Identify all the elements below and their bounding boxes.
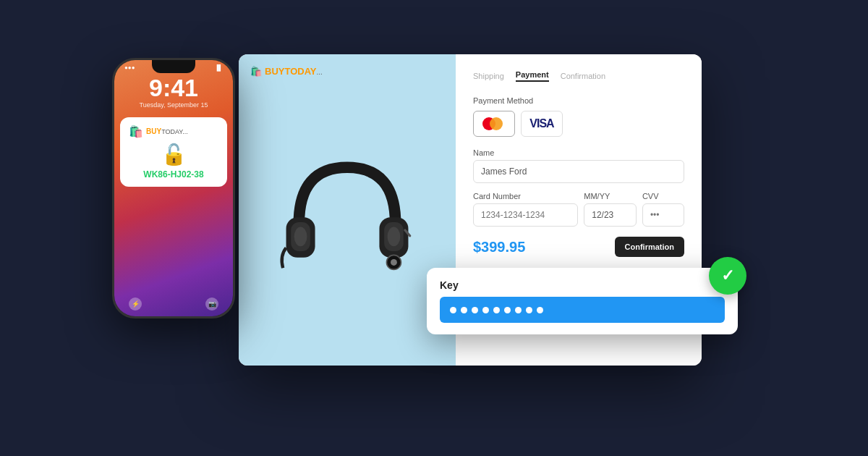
visa-icon: VISA <box>529 117 553 130</box>
step-payment[interactable]: Payment <box>516 70 549 82</box>
shop-logo: 🛍️ BUYTODAY... <box>250 66 444 77</box>
logo-today-part: TODAY... <box>161 128 188 135</box>
card-number-label: Card Number <box>473 192 578 200</box>
price-row: $399.95 Confirmation <box>473 237 684 257</box>
phone-notch <box>152 60 195 73</box>
logo-buy-part: BUY <box>146 127 161 135</box>
phone-otp-code: WK86-HJ02-38 <box>129 169 218 180</box>
mmyy-label: MM/YY <box>584 192 637 200</box>
otp-input-field[interactable] <box>440 297 725 323</box>
card-info-row <box>473 203 684 227</box>
visa-button[interactable]: VISA <box>521 111 563 137</box>
name-input[interactable] <box>473 160 684 183</box>
otp-dot-2 <box>461 307 467 313</box>
svg-point-5 <box>391 259 397 266</box>
product-panel: 🛍️ BUYTODAY... <box>239 54 456 366</box>
otp-dot-3 <box>472 307 478 313</box>
otp-title: Key <box>440 279 725 291</box>
phone-notification-card: 🛍️ BUYTODAY... 🔓 WK86-HJ02-38 <box>120 117 227 187</box>
mastercard-button[interactable] <box>473 111 515 137</box>
card-options: VISA <box>473 111 684 137</box>
camera-icon: 📷 <box>205 297 218 311</box>
payment-method-label: Payment Method <box>473 96 684 105</box>
cvv-label: CVV <box>642 192 684 200</box>
mc-orange-circle <box>490 117 503 130</box>
phone-signal: ●●● <box>124 64 135 71</box>
otp-dot-5 <box>493 307 500 313</box>
card-row-labels: Card Number MM/YY CVV <box>473 192 684 200</box>
svg-point-7 <box>388 227 401 246</box>
phone-bottom-bar: ⚡ 📷 <box>114 297 233 311</box>
success-checkmark: ✓ <box>709 257 746 295</box>
mastercard-icon <box>482 117 506 131</box>
otp-dot-1 <box>450 307 456 313</box>
phone-notif-logo: BUYTODAY... <box>146 127 188 135</box>
otp-dot-9 <box>537 307 543 313</box>
logo-buy-text: BUYTODAY... <box>265 66 323 77</box>
step-shipping[interactable]: Shipping <box>473 72 504 80</box>
page-background: ●●● ▐▌ 9:41 Tuesday, September 15 🛍️ BUY… <box>0 0 868 456</box>
price-display: $399.95 <box>473 239 525 256</box>
otp-dot-4 <box>482 307 489 313</box>
phone-date: Tuesday, September 15 <box>139 101 208 109</box>
flashlight-icon: ⚡ <box>129 297 142 311</box>
phone-notif-emoji: 🛍️ <box>129 124 143 138</box>
card-number-input[interactable] <box>473 203 578 227</box>
mmyy-group <box>584 203 637 227</box>
otp-dot-6 <box>504 307 511 313</box>
headphone-image <box>250 77 444 354</box>
otp-popup: Key <box>427 268 738 334</box>
confirm-button[interactable]: Confirmation <box>615 237 684 257</box>
otp-dot-7 <box>515 307 522 313</box>
checkout-steps: Shipping Payment Confirmation <box>473 70 684 82</box>
phone-mockup: ●●● ▐▌ 9:41 Tuesday, September 15 🛍️ BUY… <box>112 58 242 326</box>
step-confirmation[interactable]: Confirmation <box>561 72 605 80</box>
phone-notif-header: 🛍️ BUYTODAY... <box>129 124 218 138</box>
phone-battery: ▐▌ <box>215 64 223 71</box>
phone-lock-icon: 🔓 <box>129 143 218 166</box>
check-icon: ✓ <box>721 266 734 285</box>
cvv-input[interactable] <box>642 203 684 227</box>
mmyy-input[interactable] <box>584 203 637 227</box>
logo-emoji: 🛍️ <box>250 66 262 77</box>
otp-dot-8 <box>526 307 532 313</box>
name-label: Name <box>473 148 684 157</box>
card-number-group <box>473 203 578 227</box>
svg-point-6 <box>294 227 307 246</box>
cvv-group <box>642 203 684 227</box>
phone-time: 9:41 <box>149 75 198 100</box>
phone-screen: ●●● ▐▌ 9:41 Tuesday, September 15 🛍️ BUY… <box>114 60 233 316</box>
name-form-group: Name <box>473 148 684 183</box>
